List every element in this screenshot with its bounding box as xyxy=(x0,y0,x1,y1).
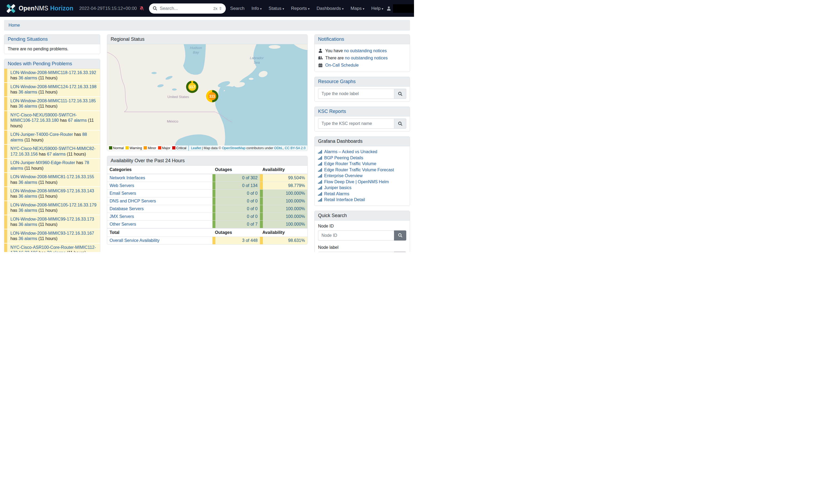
availability-value: 98.631% xyxy=(263,237,307,244)
availability-status-strip xyxy=(260,197,263,205)
node-link[interactable]: LON-Juniper-T4000-Core-Router xyxy=(10,132,73,137)
availability-status-strip xyxy=(260,182,263,189)
node-link[interactable]: LON-Window-2008-MIMIC81-172.16.33.155 xyxy=(10,175,94,179)
grafana-dashboard-link[interactable]: Edge Router Traffic Volume xyxy=(324,161,376,167)
chevron-down-icon: ▾ xyxy=(283,7,284,11)
availability-row: Other Servers 0 of 7 100.000% xyxy=(107,221,307,229)
grafana-dashboard-link[interactable]: BGP Peering Details xyxy=(324,155,363,161)
node-problem-item: LON-Window-2008-MIMIC124-172.16.33.198 h… xyxy=(4,83,100,96)
global-search-input[interactable] xyxy=(160,6,211,11)
node-has-text: has xyxy=(38,250,47,252)
nav-maps[interactable]: Maps▾ xyxy=(347,6,368,11)
node-id-input[interactable] xyxy=(318,230,394,240)
node-link[interactable]: LON-Window-2008-MIMIC69-172.16.33.143 xyxy=(10,189,94,193)
node-alarms-link[interactable]: 67 alarms xyxy=(68,118,87,123)
nav-reports[interactable]: Reports▾ xyxy=(288,6,313,11)
map-cluster-marker[interactable]: 117 xyxy=(186,81,198,93)
brand[interactable]: OpenNMSHorizon xyxy=(6,3,73,13)
node-alarms-link[interactable]: 20 alarms xyxy=(47,250,66,252)
leaflet-link[interactable]: Leaflet xyxy=(191,146,201,150)
node-problem-item: LON-Juniper-MX960-Edge-Router has 78 ala… xyxy=(4,159,100,172)
grafana-dashboard-link[interactable]: Alarms – Acked vs Unacked xyxy=(324,149,377,155)
notifications-title[interactable]: Notifications xyxy=(315,35,410,44)
search-icon xyxy=(398,233,403,238)
category-link[interactable]: Web Servers xyxy=(110,183,134,188)
notifications-off-icon[interactable] xyxy=(139,6,144,11)
node-link[interactable]: LON-Window-2008-MIMIC93-172.16.33.167 xyxy=(10,231,94,235)
all-notices-link[interactable]: no outstanding notices xyxy=(345,56,387,60)
nav-dashboards[interactable]: Dashboards▾ xyxy=(313,6,347,11)
regional-status-map[interactable]: Hudson Bay Labrador Sea United States Mé… xyxy=(107,44,307,151)
grafana-dashboard-link[interactable]: Enterprise Overview xyxy=(324,173,363,179)
legend-item: Critical xyxy=(172,146,187,150)
grafana-dashboard-link[interactable]: Retail Interface Detail xyxy=(324,197,365,203)
node-link[interactable]: LON-Window-2008-MIMIC118-172.16.33.192 xyxy=(10,70,96,75)
overall-availability-link[interactable]: Overall Service Availability xyxy=(110,238,159,243)
map-cluster-marker[interactable]: 111 xyxy=(206,90,218,102)
grafana-dashboard-item: Flow Deep Dive | OpenNMS Helm xyxy=(318,179,406,185)
node-link[interactable]: LON-Window-2008-MIMIC124-172.16.33.198 xyxy=(10,84,96,89)
category-link[interactable]: Database Servers xyxy=(110,207,144,211)
nav-help[interactable]: Help▾ xyxy=(368,6,387,11)
node-duration-text: (11 hours) xyxy=(37,208,57,213)
node-alarms-link[interactable]: 36 alarms xyxy=(18,194,37,198)
map-attribution: Leaflet | Map data © OpenStreetMap contr… xyxy=(189,145,307,151)
grafana-dashboard-link[interactable]: Juniper basics xyxy=(324,185,351,191)
ksc-reports-search-button[interactable] xyxy=(394,119,406,129)
users-icon xyxy=(318,56,323,60)
node-alarms-link[interactable]: 36 alarms xyxy=(18,180,37,185)
availability-row: Database Servers 0 of 0 100.000% xyxy=(107,205,307,213)
node-alarms-link[interactable]: 67 alarms xyxy=(47,152,66,156)
pending-situations-empty: There are no pending problems. xyxy=(4,44,100,54)
nav-status[interactable]: Status▾ xyxy=(265,6,288,11)
resource-graphs-node-input[interactable] xyxy=(318,89,394,99)
breadcrumb-home[interactable]: Home xyxy=(8,23,20,28)
navbar-right-cluster: ▾ 0 0 + ⚙⚙⚙ xyxy=(387,4,414,13)
grafana-dashboard-link[interactable]: Retail Alarms xyxy=(324,191,349,197)
availability-row: JMX Servers 0 of 0 100.000% xyxy=(107,213,307,221)
node-link[interactable]: LON-Window-2008-MIMIC99-172.16.33.173 xyxy=(10,217,94,221)
category-link[interactable]: Other Servers xyxy=(110,222,136,226)
node-link[interactable]: LON-Window-2008-MIMIC105-172.16.33.179 xyxy=(10,203,96,207)
node-alarms-link[interactable]: 36 alarms xyxy=(18,222,37,227)
ksc-reports-title[interactable]: KSC Reports xyxy=(315,107,410,117)
nav-search[interactable]: Search xyxy=(226,6,248,11)
node-label-input[interactable] xyxy=(318,252,394,252)
node-alarms-link[interactable]: 36 alarms xyxy=(18,90,37,94)
resource-graphs-title[interactable]: Resource Graphs xyxy=(315,77,410,87)
user-notices-link[interactable]: no outstanding notices xyxy=(344,48,387,53)
node-link[interactable]: LON-Juniper-MX960-Edge-Router xyxy=(10,161,75,165)
outage-value: 3 of 448 xyxy=(215,237,260,244)
resource-graphs-panel: Resource Graphs xyxy=(314,77,410,102)
category-link[interactable]: DNS and DHCP Servers xyxy=(110,199,156,203)
pending-situations-title[interactable]: Pending Situations xyxy=(4,35,100,44)
node-alarms-link[interactable]: 36 alarms xyxy=(18,236,37,241)
odbl-link[interactable]: ODbL xyxy=(274,146,283,150)
legend-item: Warning xyxy=(126,146,142,150)
nodes-pending-problems-title[interactable]: Nodes with Pending Problems xyxy=(4,59,100,69)
osm-link[interactable]: OpenStreetMap xyxy=(222,146,245,150)
grafana-dashboard-link[interactable]: Edge Router Traffic Volume Forecast xyxy=(324,167,394,173)
node-link[interactable]: LON-Window-2008-MIMIC111-172.16.33.185 xyxy=(10,99,96,103)
resource-graphs-search-button[interactable] xyxy=(394,89,406,99)
node-duration-text: (11 hours) xyxy=(66,250,86,252)
grafana-dashboard-item: BGP Peering Details xyxy=(318,155,406,161)
grafana-dashboard-link[interactable]: Flow Deep Dive | OpenNMS Helm xyxy=(324,179,389,185)
category-link[interactable]: JMX Servers xyxy=(110,214,134,219)
ksc-report-name-input[interactable] xyxy=(318,119,394,129)
node-label-search-button[interactable] xyxy=(394,252,406,252)
node-problem-item: LON-Window-2008-MIMIC81-172.16.33.155 ha… xyxy=(4,173,100,186)
ccbysa-link[interactable]: CC BY-SA 2.0 xyxy=(285,146,305,150)
node-label-label: Node label xyxy=(318,245,406,250)
category-link[interactable]: Network Interfaces xyxy=(110,176,145,180)
availability-title: Availability Over the Past 24 Hours xyxy=(107,156,307,166)
node-alarms-link[interactable]: 36 alarms xyxy=(18,208,37,213)
node-alarms-link[interactable]: 36 alarms xyxy=(18,104,37,108)
node-id-search-button[interactable] xyxy=(394,230,406,240)
category-link[interactable]: Email Servers xyxy=(110,191,136,195)
on-call-schedule-link[interactable]: On-Call Schedule xyxy=(325,63,359,67)
nav-info[interactable]: Info▾ xyxy=(248,6,265,11)
redacted-username[interactable] xyxy=(393,4,414,13)
node-has-text: has xyxy=(10,76,18,80)
node-alarms-link[interactable]: 36 alarms xyxy=(18,76,37,80)
